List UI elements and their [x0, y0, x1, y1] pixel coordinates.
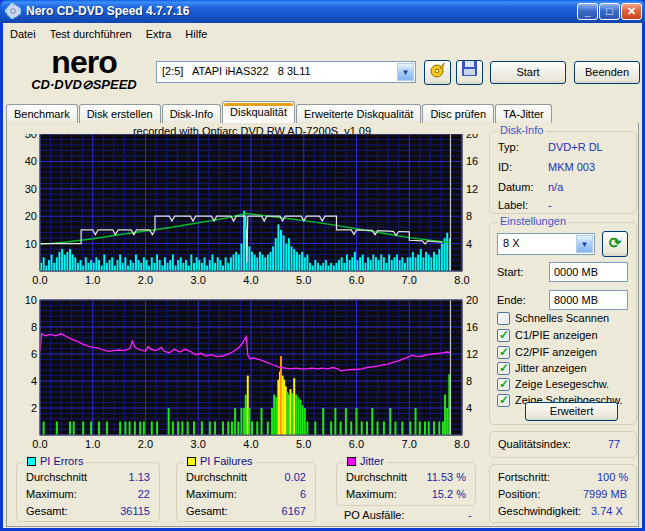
- checkbox-c1-pie[interactable]: C1/PIE anzeigen: [497, 328, 598, 342]
- pi-failures-caption: PI Failures: [184, 455, 256, 467]
- refresh-icon: ⟳: [609, 234, 622, 251]
- settings-caption: Einstellungen: [497, 215, 569, 227]
- avg-value: 11.53 %: [426, 471, 466, 483]
- start-button[interactable]: Start: [490, 61, 566, 84]
- drive-select-value: [2:5] ATAPI iHAS322 8 3L11: [162, 65, 311, 77]
- checkbox-box[interactable]: [497, 346, 510, 359]
- tab-strip: Benchmark Disk erstellen Disk-Info Diskq…: [6, 103, 553, 124]
- total-label: Gesamt:: [186, 505, 228, 517]
- progress-value: 100 %: [597, 471, 628, 483]
- refresh-button[interactable]: ⟳: [602, 231, 628, 257]
- tab-erweiterte-diskqualitaet[interactable]: Erweiterte Diskqualität: [296, 104, 421, 124]
- close-button[interactable]: ✕: [621, 3, 642, 20]
- avg-label: Durchschnitt: [26, 471, 87, 483]
- svg-text:3.0: 3.0: [191, 438, 206, 450]
- max-value: 15.2 %: [432, 488, 466, 500]
- chevron-down-icon[interactable]: ▼: [576, 235, 593, 253]
- nero-logo-subtitle: CD·DVD⊘SPEED: [14, 77, 154, 92]
- start-mb-field[interactable]: 0000 MB: [549, 262, 628, 282]
- svg-text:6.0: 6.0: [349, 438, 364, 450]
- menu-hilfe[interactable]: Hilfe: [178, 26, 214, 42]
- svg-text:6: 6: [31, 348, 37, 360]
- minimize-button[interactable]: _: [577, 3, 598, 20]
- avg-value: 1.13: [129, 471, 150, 483]
- save-icon: [462, 61, 477, 76]
- window-title: Nero CD-DVD Speed 4.7.7.16: [26, 4, 189, 18]
- max-value: 22: [138, 488, 150, 500]
- checkbox-label: C1/PIE anzeigen: [515, 329, 598, 341]
- checkbox-jitter[interactable]: Jitter anzeigen: [497, 361, 587, 375]
- checkbox-label: Zeige Lesegeschw.: [515, 378, 609, 390]
- max-label: Maximum:: [346, 488, 397, 500]
- svg-text:40: 40: [25, 155, 37, 167]
- total-label: Gesamt:: [26, 505, 68, 517]
- svg-text:2: 2: [31, 402, 37, 414]
- disk-label-label: Label:: [498, 199, 528, 211]
- svg-text:8.0: 8.0: [454, 274, 469, 286]
- tab-disc-pruefen[interactable]: Disc prüfen: [422, 104, 494, 124]
- checkbox-lesegeschw[interactable]: Zeige Lesegeschw.: [497, 377, 609, 391]
- svg-text:6.0: 6.0: [349, 274, 364, 286]
- total-value: 6167: [282, 505, 306, 517]
- svg-text:0.0: 0.0: [32, 274, 47, 286]
- eject-disc-button[interactable]: [424, 60, 451, 85]
- menu-datei[interactable]: Datei: [3, 26, 43, 42]
- disk-id-value: MKM 003: [548, 161, 595, 173]
- svg-text:10: 10: [25, 296, 37, 306]
- disk-datum-label: Datum:: [498, 181, 533, 193]
- speed-select[interactable]: 8 X ▼: [497, 233, 595, 255]
- max-label: Maximum:: [26, 488, 77, 500]
- checkbox-box[interactable]: [497, 378, 510, 391]
- maximize-button[interactable]: □: [599, 3, 620, 20]
- tab-ta-jitter[interactable]: TA-Jitter: [495, 104, 552, 124]
- svg-text:3.0: 3.0: [191, 274, 206, 286]
- checkbox-box[interactable]: [497, 312, 510, 325]
- tab-benchmark[interactable]: Benchmark: [6, 104, 78, 124]
- svg-text:4.0: 4.0: [243, 274, 258, 286]
- checkbox-box[interactable]: [497, 362, 510, 375]
- po-failures-label: PO Ausfälle:: [344, 509, 405, 521]
- checkbox-box[interactable]: [497, 329, 510, 342]
- svg-text:5.0: 5.0: [296, 438, 311, 450]
- chevron-down-icon[interactable]: ▼: [397, 63, 414, 81]
- progress-label: Fortschritt:: [498, 471, 550, 483]
- svg-text:4: 4: [31, 375, 37, 387]
- end-mb-label: Ende:: [497, 294, 526, 306]
- tab-disk-info[interactable]: Disk-Info: [162, 104, 221, 124]
- menu-extra[interactable]: Extra: [139, 26, 179, 42]
- quit-button[interactable]: Beenden: [574, 61, 640, 84]
- svg-text:4: 4: [466, 402, 472, 414]
- end-mb-field[interactable]: 8000 MB: [549, 290, 628, 310]
- svg-text:16: 16: [466, 321, 478, 333]
- tab-disk-erstellen[interactable]: Disk erstellen: [79, 104, 161, 124]
- advanced-button[interactable]: Erweitert: [525, 402, 618, 421]
- checkbox-schnelles-scannen[interactable]: Schnelles Scannen: [497, 311, 609, 325]
- svg-text:8: 8: [31, 321, 37, 333]
- disk-typ-value: DVD+R DL: [548, 141, 603, 153]
- svg-text:8.0: 8.0: [454, 438, 469, 450]
- svg-text:4.0: 4.0: [243, 438, 258, 450]
- save-button[interactable]: [456, 60, 483, 85]
- quality-index-label: Qualitätsindex:: [498, 438, 571, 450]
- svg-text:2.0: 2.0: [138, 274, 153, 286]
- menu-test-durchfuehren[interactable]: Test durchführen: [43, 26, 139, 42]
- svg-text:8: 8: [466, 375, 472, 387]
- nero-logo-wordmark: nero: [14, 47, 154, 77]
- disk-info-caption: Disk-Info: [497, 124, 546, 136]
- svg-text:7.0: 7.0: [402, 438, 417, 450]
- speed-label: Geschwindigkeit:: [498, 505, 581, 517]
- tab-diskqualitaet[interactable]: Diskqualität: [222, 101, 295, 124]
- app-window: Nero CD-DVD Speed 4.7.7.16 _ □ ✕ Datei T…: [0, 0, 645, 531]
- jitter-swatch: [347, 457, 356, 466]
- checkbox-c2-pif[interactable]: C2/PIF anzeigen: [497, 345, 597, 359]
- eject-disc-icon: [429, 61, 446, 78]
- drive-select[interactable]: [2:5] ATAPI iHAS322 8 3L11 ▼: [156, 61, 416, 83]
- svg-text:20: 20: [25, 210, 37, 222]
- checkbox-box[interactable]: [497, 394, 510, 407]
- jitter-group: Jitter Durchschnitt11.53 % Maximum:15.2 …: [336, 462, 476, 506]
- disk-label-value: -: [548, 199, 552, 211]
- disk-id-label: ID:: [498, 161, 512, 173]
- avg-label: Durchschnitt: [186, 471, 247, 483]
- svg-text:7.0: 7.0: [402, 274, 417, 286]
- svg-text:1.0: 1.0: [85, 274, 100, 286]
